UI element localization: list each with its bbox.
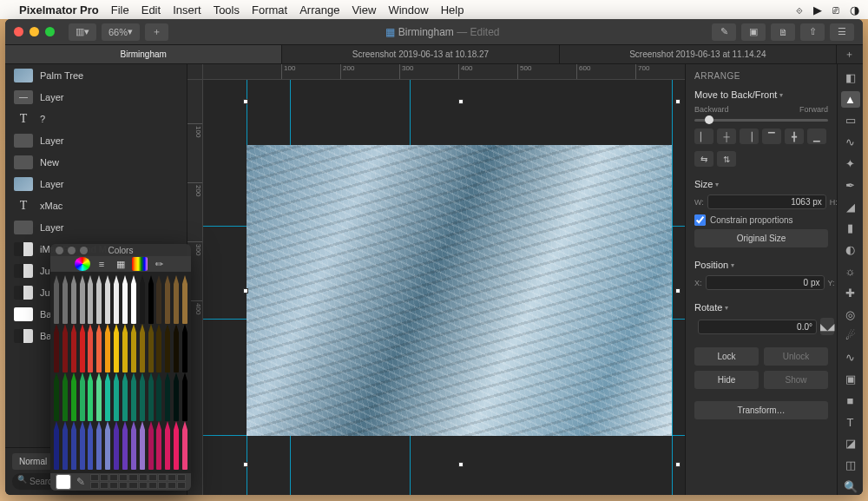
- pencil-color[interactable]: [181, 372, 189, 421]
- selection-handle[interactable]: [675, 462, 681, 467]
- align-center-h-button[interactable]: ┼: [717, 129, 736, 144]
- settings-button[interactable]: ☰: [830, 23, 854, 41]
- align-bottom-button[interactable]: ▁: [807, 129, 826, 144]
- pencil-color[interactable]: [181, 275, 189, 324]
- pencil-color[interactable]: [172, 324, 181, 372]
- menu-tools[interactable]: Tools: [214, 3, 240, 16]
- width-field[interactable]: [707, 194, 826, 209]
- colors-close-button[interactable]: [56, 247, 63, 254]
- pencil-color[interactable]: [95, 324, 103, 372]
- repair-tool-icon[interactable]: ✚: [841, 285, 860, 301]
- pencil-color[interactable]: [69, 275, 78, 324]
- fill-tool-icon[interactable]: ▮: [841, 221, 860, 237]
- selection-handle[interactable]: [243, 288, 248, 293]
- zoom-dropdown[interactable]: 66%▾: [102, 23, 140, 41]
- shape-tool-icon[interactable]: ■: [841, 392, 860, 409]
- window-close-button[interactable]: [14, 27, 23, 36]
- layer-item[interactable]: TxMac: [5, 194, 187, 216]
- colors-minimize-button[interactable]: [68, 247, 76, 254]
- share-button[interactable]: ⇧: [800, 23, 825, 41]
- pencil-color[interactable]: [103, 275, 112, 324]
- pencil-color[interactable]: [163, 275, 172, 324]
- pencil-color[interactable]: [147, 324, 155, 372]
- layers-tool-icon[interactable]: ◧: [841, 69, 860, 86]
- menu-edit[interactable]: Edit: [141, 3, 161, 16]
- pencil-color[interactable]: [121, 372, 129, 421]
- gradient-tool-icon[interactable]: ◫: [841, 457, 860, 473]
- layer-item[interactable]: Layer: [5, 173, 187, 194]
- pencil-color[interactable]: [121, 275, 129, 324]
- eraser2-tool-icon[interactable]: ◪: [841, 436, 860, 452]
- pencil-color[interactable]: [181, 324, 189, 372]
- pencil-color[interactable]: [138, 421, 147, 470]
- pencil-color[interactable]: [112, 324, 121, 372]
- layer-item[interactable]: T?: [5, 108, 187, 129]
- brush-tool-icon[interactable]: ✦: [841, 155, 860, 172]
- current-color-swatch[interactable]: [56, 474, 71, 490]
- pencil-color[interactable]: [172, 421, 181, 470]
- sidebar-toggle-button[interactable]: ▥▾: [69, 23, 96, 41]
- warp-tool-icon[interactable]: ∿: [841, 349, 860, 366]
- show-button[interactable]: Show: [764, 371, 828, 389]
- status-icon-3[interactable]: ⎚: [832, 3, 839, 16]
- rotate-field[interactable]: [698, 320, 817, 334]
- light-tool-icon[interactable]: ☼: [841, 263, 860, 280]
- align-top-button[interactable]: ▔: [762, 129, 781, 144]
- align-right-button[interactable]: ▕: [740, 129, 759, 144]
- pencil-color[interactable]: [129, 324, 138, 372]
- pencil-color[interactable]: [95, 372, 103, 421]
- color-pencils-icon[interactable]: ✏: [151, 257, 167, 271]
- pencil-color[interactable]: [61, 372, 69, 421]
- align-left-button[interactable]: ▏: [694, 129, 713, 144]
- pencil-color[interactable]: [181, 421, 189, 470]
- adjust-tool-icon[interactable]: ◐: [841, 241, 860, 258]
- pencil-color[interactable]: [147, 372, 155, 421]
- menu-view[interactable]: View: [352, 3, 376, 16]
- menu-file[interactable]: File: [111, 3, 129, 16]
- pencil-color[interactable]: [121, 324, 129, 372]
- pencil-color[interactable]: [138, 372, 147, 421]
- crop-tool-icon[interactable]: ▣: [841, 371, 860, 387]
- tab-screenshot-1[interactable]: Screenshot 2019-06-13 at 10.18.27: [282, 45, 559, 63]
- pencil-color[interactable]: [95, 275, 103, 324]
- pencil-color[interactable]: [87, 275, 95, 324]
- pencil-color[interactable]: [69, 421, 78, 470]
- document-button[interactable]: 🗎: [771, 23, 795, 41]
- pencil-color[interactable]: [61, 275, 69, 324]
- selection-handle[interactable]: [243, 99, 248, 104]
- pencil-color[interactable]: [129, 372, 138, 421]
- pencil-color[interactable]: [147, 275, 155, 324]
- marquee-tool-icon[interactable]: ▭: [841, 113, 860, 129]
- menu-insert[interactable]: Insert: [173, 3, 201, 16]
- pencil-color[interactable]: [129, 275, 138, 324]
- layer-item[interactable]: Layer: [5, 216, 187, 238]
- color-spectrum-icon[interactable]: [132, 257, 148, 271]
- menu-arrange[interactable]: Arrange: [299, 3, 339, 16]
- pencil-color[interactable]: [172, 275, 181, 324]
- color-wheel-icon[interactable]: [75, 257, 90, 271]
- layer-item[interactable]: Layer: [5, 129, 187, 151]
- tab-screenshot-2[interactable]: Screenshot 2019-06-13 at 11.14.24: [560, 45, 837, 63]
- pencil-color[interactable]: [103, 421, 112, 470]
- distribute-h-button[interactable]: ⇆: [694, 151, 713, 167]
- selection-handle[interactable]: [243, 462, 248, 467]
- status-icon-4[interactable]: ◑: [850, 3, 859, 16]
- color-palette-icon[interactable]: ▦: [113, 257, 128, 271]
- eraser-tool-icon[interactable]: ◢: [841, 199, 860, 215]
- pencil-color[interactable]: [52, 275, 61, 324]
- pencil-color[interactable]: [129, 421, 138, 470]
- canvas-image[interactable]: [247, 145, 672, 436]
- pencil-color[interactable]: [87, 421, 95, 470]
- menu-window[interactable]: Window: [388, 3, 428, 16]
- flip-horizontal-button[interactable]: ◣◢: [820, 318, 834, 335]
- canvas-area[interactable]: 100200300400500600700 100200300400: [187, 64, 685, 495]
- pencil-color[interactable]: [121, 421, 129, 470]
- pencil-color[interactable]: [103, 324, 112, 372]
- pencil-color[interactable]: [69, 372, 78, 421]
- pencil-color[interactable]: [155, 421, 164, 470]
- pencil-color[interactable]: [78, 421, 87, 470]
- pencil-color[interactable]: [87, 372, 95, 421]
- zoom-tool-icon[interactable]: 🔍: [841, 478, 860, 495]
- status-icon-1[interactable]: ⟐: [796, 3, 803, 16]
- clone-tool-icon[interactable]: ◎: [841, 307, 860, 323]
